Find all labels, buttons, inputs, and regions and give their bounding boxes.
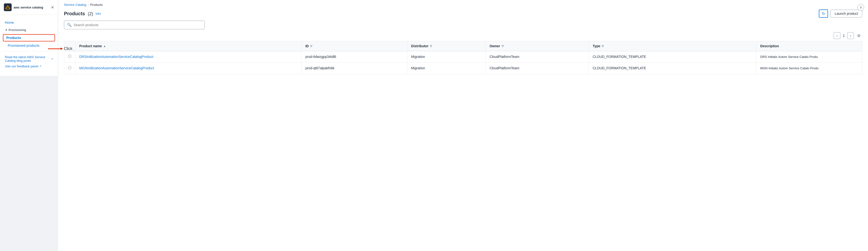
search-input[interactable]	[74, 23, 202, 27]
product-link-0[interactable]: DRSInitlizationAutomationServiceCatalogP…	[79, 55, 153, 59]
page-count: (2)	[88, 11, 93, 16]
sidebar-link-feedback[interactable]: Join our feedback panel ↗	[5, 64, 53, 68]
row-radio-cell	[64, 51, 75, 63]
info-link[interactable]: Info	[95, 12, 101, 15]
page-number: 1	[842, 34, 846, 37]
row-type: CLOUD_FORMATION_TEMPLATE	[589, 51, 756, 63]
row-product-name: MGNInitlizationAutomationServiceCatalogP…	[75, 63, 302, 74]
breadcrumb-service-catalog[interactable]: Service Catalog	[64, 3, 86, 6]
search-input-wrap: 🔍	[64, 21, 205, 29]
th-distributor[interactable]: Distributor ▽	[407, 41, 486, 51]
table-settings-button[interactable]: ⚙	[856, 32, 862, 39]
sort-asc-icon: ▲	[103, 44, 106, 48]
filter-icon-type: ▽	[602, 44, 603, 48]
sidebar-title: aws service catalog	[13, 6, 43, 9]
table-row: DRSInitlizationAutomationServiceCatalogP…	[64, 51, 862, 63]
row-distributor: Migration	[407, 63, 486, 74]
row-distributor: Migration	[407, 51, 486, 63]
sidebar: aws service catalog ✕ Home ▼ Provisionin…	[0, 0, 58, 76]
products-table: Product name ▲ ID ▽ Distributor ▽	[64, 41, 862, 74]
next-page-button[interactable]: ›	[847, 32, 854, 39]
row-owner: CloudPlatformTeam	[486, 63, 589, 74]
sidebar-header: aws service catalog ✕	[0, 0, 58, 15]
table-controls: ‹ 1 › ⚙	[58, 32, 868, 41]
main-content: Service Catalog › Products Products (2) …	[58, 0, 868, 251]
th-description: Description	[756, 41, 862, 51]
top-right-info-button[interactable]: ℹ	[857, 4, 864, 11]
th-type[interactable]: Type ▽	[589, 41, 756, 51]
sidebar-section-provisioning[interactable]: ▼ Provisioning	[0, 26, 58, 34]
svg-rect-0	[4, 3, 12, 11]
row-id: prod-6dwzgpp34tdl6	[302, 51, 407, 63]
prev-page-button[interactable]: ‹	[834, 32, 840, 39]
row-radio-1[interactable]	[68, 66, 71, 69]
th-id[interactable]: ID ▽	[302, 41, 407, 51]
page-title: Products (2)	[64, 11, 93, 17]
svg-point-2	[7, 6, 8, 7]
table-wrap: Product name ▲ ID ▽ Distributor ▽	[58, 41, 868, 251]
arrow-head	[61, 48, 63, 50]
row-type: CLOUD_FORMATION_TEMPLATE	[589, 63, 756, 74]
sidebar-logo: aws service catalog	[4, 3, 43, 11]
row-owner: CloudPlatformTeam	[486, 51, 589, 63]
row-description: DRS Initializ Autom Service Catalo Produ	[756, 51, 862, 63]
breadcrumb: Service Catalog › Products	[58, 0, 868, 8]
external-link-icon: ↗	[39, 65, 41, 68]
th-product-name[interactable]: Product name ▲	[75, 41, 302, 51]
row-product-name: DRSInitlizationAutomationServiceCatalogP…	[75, 51, 302, 63]
aws-logo-icon	[4, 3, 12, 11]
page-title-row: Products (2) Info	[64, 11, 101, 17]
close-icon[interactable]: ✕	[51, 5, 54, 10]
search-bar: 🔍	[58, 21, 868, 32]
row-id: prod-qt67alpakfnbk	[302, 63, 407, 74]
refresh-icon: ↻	[822, 11, 825, 16]
table-header-row: Product name ▲ ID ▽ Distributor ▽	[64, 41, 862, 51]
sidebar-links: Read the latest AWS Service Catalog blog…	[0, 53, 58, 72]
sidebar-link-blog[interactable]: Read the latest AWS Service Catalog blog…	[5, 55, 53, 63]
sidebar-item-home[interactable]: Home	[0, 19, 58, 26]
launch-product-button[interactable]: Launch product	[831, 10, 862, 18]
th-owner[interactable]: Owner ▽	[486, 41, 589, 51]
click-label: Click	[64, 46, 72, 51]
filter-icon-owner: ▽	[502, 44, 503, 48]
refresh-button[interactable]: ↻	[819, 9, 828, 18]
row-radio-0[interactable]	[68, 55, 71, 58]
sidebar-nav: Home ▼ Provisioning Products Provisioned…	[0, 15, 58, 76]
table-body: DRSInitlizationAutomationServiceCatalogP…	[64, 51, 862, 74]
header-actions: ↻ Launch product	[819, 9, 862, 18]
row-description: MGN Initializ Autom Service Catalo Produ	[756, 63, 862, 74]
breadcrumb-products: Products	[90, 3, 102, 6]
product-link-1[interactable]: MGNInitlizationAutomationServiceCatalogP…	[79, 66, 154, 70]
row-radio-cell	[64, 63, 75, 74]
external-link-icon: ↗	[51, 57, 53, 61]
search-icon: 🔍	[67, 23, 72, 27]
page-header: Products (2) Info ↻ Launch product	[58, 8, 868, 21]
filter-icon-distributor: ▽	[430, 44, 432, 48]
sidebar-item-products[interactable]: Products	[3, 34, 55, 41]
click-annotation: Click	[48, 46, 72, 51]
arrow-line	[48, 49, 63, 49]
filter-icon-id: ▽	[310, 44, 312, 48]
breadcrumb-separator: ›	[88, 3, 89, 6]
table-row: MGNInitlizationAutomationServiceCatalogP…	[64, 63, 862, 74]
